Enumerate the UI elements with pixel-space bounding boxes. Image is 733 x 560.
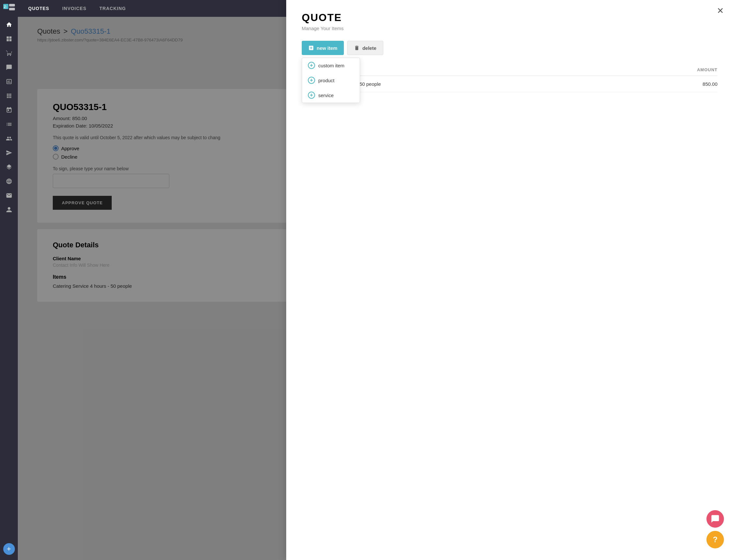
sidebar-item-people[interactable] <box>2 132 16 145</box>
sidebar-item-list[interactable] <box>2 118 16 131</box>
dropdown-service-label: service <box>318 93 334 98</box>
sidebar-item-analytics[interactable] <box>2 75 16 88</box>
sidebar-item-send[interactable] <box>2 146 16 159</box>
add-button[interactable]: + <box>3 543 15 555</box>
sidebar-item-home[interactable] <box>2 18 16 31</box>
svg-rect-1 <box>9 4 15 6</box>
sidebar-item-calendar[interactable] <box>2 104 16 117</box>
sidebar-item-chat[interactable] <box>2 61 16 74</box>
sidebar-item-email[interactable] <box>2 189 16 202</box>
dropdown-product-label: product <box>318 78 334 83</box>
sidebar-item-dashboard[interactable] <box>2 32 16 45</box>
sidebar-item-grid[interactable] <box>2 89 16 102</box>
svg-rect-2 <box>9 8 15 10</box>
service-plus-icon: + <box>308 92 315 99</box>
sidebar-item-globe[interactable] <box>2 175 16 188</box>
topnav-invoices[interactable]: INVOICES <box>62 6 86 11</box>
chat-bubble[interactable] <box>706 510 724 528</box>
new-item-dropdown: + custom item + product + service <box>302 58 360 103</box>
panel-title: QUOTE <box>302 12 717 24</box>
col-amount: AMOUNT <box>632 64 717 76</box>
delete-button[interactable]: delete <box>347 41 383 55</box>
panel-close-button[interactable]: ✕ <box>717 6 724 15</box>
sidebar-item-layers[interactable] <box>2 161 16 174</box>
topnav-tracking[interactable]: TRACKING <box>99 6 126 11</box>
panel-subtitle: Manage Your Items <box>302 26 717 31</box>
app-logo[interactable]: Z: <box>2 3 16 14</box>
custom-item-plus-icon: + <box>308 62 315 69</box>
dropdown-product[interactable]: + product <box>302 73 360 88</box>
right-panel: ✕ QUOTE Manage Your Items new item delet… <box>286 0 733 560</box>
dropdown-custom-item[interactable]: + custom item <box>302 58 360 73</box>
svg-text:Z:: Z: <box>4 5 7 9</box>
items-table: TYPE AMOUNT Catering Service 4 hours - 5… <box>302 64 717 92</box>
topnav-quotes[interactable]: QUOTES <box>28 6 49 11</box>
item-amount-cell: 850.00 <box>632 76 717 92</box>
new-item-button[interactable]: new item <box>302 41 344 55</box>
product-plus-icon: + <box>308 77 315 84</box>
help-bubble[interactable]: ? <box>706 531 724 548</box>
panel-toolbar: new item delete + custom item + product … <box>302 41 717 55</box>
dropdown-service[interactable]: + service <box>302 88 360 103</box>
sidebar-item-user[interactable] <box>2 203 16 216</box>
sidebar-item-cart[interactable] <box>2 47 16 60</box>
dropdown-custom-item-label: custom item <box>318 63 344 68</box>
table-row[interactable]: Catering Service 4 hours - 50 people 850… <box>302 76 717 92</box>
sidebar: Z: + <box>0 0 18 560</box>
